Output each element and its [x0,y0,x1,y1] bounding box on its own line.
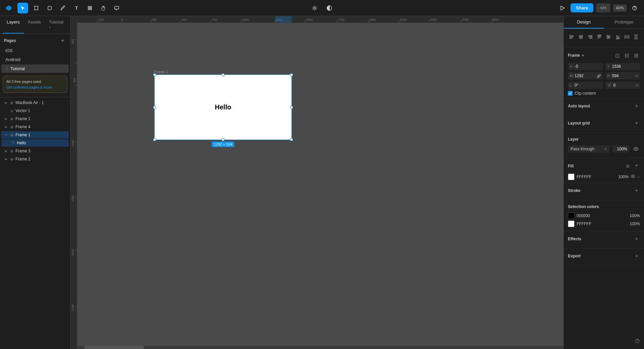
add-fill-button[interactable]: + [633,162,640,169]
w-value[interactable]: 1292 [575,73,595,78]
help-panel-icon[interactable] [635,338,640,345]
h-field[interactable]: H 594 ↺ [605,72,640,80]
upgrade-link[interactable]: Get unlimited pages & more [6,85,52,89]
tab-tutorial[interactable]: Tutorial › [45,16,67,34]
frame-handle-tm[interactable] [222,73,224,76]
layer-vector1[interactable]: ◎ Vector 1 [1,107,69,114]
align-center-h-button[interactable] [577,33,585,41]
tab-design[interactable]: Design [564,16,604,29]
x-field[interactable]: X -5 [568,63,603,70]
visibility-toggle[interactable] [632,145,640,153]
layer-frame2[interactable]: ▶ ⊞ Frame 2 [1,155,69,163]
fill-hex-value[interactable]: FFFFFF [577,174,616,179]
theme-toggle[interactable] [324,3,335,13]
w-field[interactable]: W 1292 🔗 [568,72,603,80]
fill-opacity-value[interactable]: 100% [618,174,629,179]
y-field[interactable]: Y 1536 [605,63,640,70]
frame-handle-rm[interactable] [290,106,293,109]
page-item-tutorial[interactable]: Tutorial [1,64,69,73]
align-bottom-button[interactable] [614,33,622,41]
frame-dropdown-icon[interactable]: ▼ [581,54,585,57]
align-center-v-button[interactable] [605,33,612,41]
align-right-button[interactable] [586,33,594,41]
code-icon: </> [600,5,606,10]
frame-clip-btn[interactable]: ⊟ [623,51,631,59]
help-icon[interactable] [629,3,640,13]
blend-mode-select[interactable]: Pass through ▼ [568,145,610,153]
fill-style-btn[interactable]: ⊞ [624,162,632,170]
selection-color-1: 000000 100% [568,212,640,219]
svg-text:2750: 2750 [462,18,469,21]
h-value[interactable]: 594 [612,73,634,78]
blend-dropdown-icon: ▼ [604,147,607,151]
rotation-field[interactable]: L 0° [568,82,603,89]
rotation-value[interactable]: 0° [575,83,601,88]
pen-tool-button[interactable] [58,3,68,13]
clip-content-row: Clip content [568,91,640,96]
distribute-v-button[interactable] [632,33,640,41]
distribute-h-button[interactable] [623,33,631,41]
frame-handle-br[interactable] [290,138,293,141]
layer-macbook[interactable]: ▶ ⊞ MacBook Air - 1 [1,99,69,106]
reset-icon[interactable]: ↺ [635,74,638,78]
shape-tool-button[interactable] [44,3,55,13]
add-effect-button[interactable]: + [633,236,640,242]
tab-layers[interactable]: Layers [3,16,24,34]
add-export-button[interactable]: + [633,253,640,259]
tab-prototype[interactable]: Prototype [604,16,644,29]
radius-value[interactable]: 0 [613,83,634,88]
frame-handle-tr[interactable] [290,73,293,76]
align-top-button[interactable] [595,33,603,41]
canvas-area[interactable]: -250 0 250 500 750 1000 1292 1500 [70,16,564,349]
scrollbar-thumb[interactable] [84,346,144,349]
plugin-icon[interactable] [309,3,320,13]
layer-hello[interactable]: T Hello [1,139,69,147]
add-stroke-button[interactable]: + [633,187,640,194]
move-tool-button[interactable] [17,3,28,13]
hand-tool-button[interactable] [98,3,109,13]
opacity-field[interactable]: 100% [612,145,629,153]
clip-content-checkbox[interactable] [568,91,573,96]
component-tool-button[interactable] [85,3,95,13]
frame-handle-tl[interactable] [153,73,156,76]
lock-icon[interactable]: 🔗 [597,74,601,78]
align-left-button[interactable] [568,33,576,41]
comment-tool-button[interactable] [111,3,122,13]
page-item-android[interactable]: Android [1,55,69,64]
page-item-ios[interactable]: iOS [1,46,69,55]
scrollbar-horizontal[interactable] [77,346,564,349]
app-logo[interactable] [4,3,13,13]
add-page-button[interactable]: + [59,37,66,44]
layer-frame4[interactable]: ▶ ⊞ Frame 4 [1,123,69,131]
selection-swatch-black[interactable] [568,212,575,219]
svg-text:1500: 1500 [71,249,74,256]
y-value[interactable]: 1536 [612,64,638,69]
fill-visibility-icon[interactable] [631,174,635,179]
radius-reset-icon[interactable]: ↺ [635,84,638,87]
frame-handle-bm[interactable] [222,138,224,141]
canvas-content[interactable]: Frame 1 Hello 1292 × 594 [77,23,564,342]
tab-assets[interactable]: Assets [24,16,45,34]
frame-handle-bl[interactable] [153,138,156,141]
blend-mode-value: Pass through [571,147,594,151]
radius-field[interactable]: ↺ 0 ↺ [605,82,640,89]
zoom-level[interactable]: 40% [613,4,627,12]
frame-view-btn[interactable]: ⊡ [613,51,621,59]
frame-handle-lm[interactable] [153,106,156,109]
add-auto-layout-button[interactable]: + [633,103,640,109]
layer-frame1-selected[interactable]: ▼ ⊞ Frame 1 [1,131,69,139]
present-icon[interactable] [557,3,568,13]
layer-frame1-a[interactable]: ▶ ⊞ Frame 1 [1,115,69,122]
remove-fill-button[interactable]: − [637,174,640,180]
layer-frame3[interactable]: ▶ ⊞ Frame 3 [1,147,69,155]
frame-box[interactable]: Hello 1292 × 594 [154,74,292,140]
add-layout-grid-button[interactable]: + [633,120,640,127]
selection-swatch-white[interactable] [568,220,575,227]
frame-tool-button[interactable] [31,3,42,13]
fill-color-swatch[interactable] [568,173,575,180]
share-button[interactable]: Share [571,3,593,12]
text-tool-button[interactable]: T [71,3,82,13]
code-button[interactable]: </> [596,3,610,12]
frame-expand-btn[interactable]: ⊞ [632,51,640,59]
x-value[interactable]: -5 [575,64,601,69]
